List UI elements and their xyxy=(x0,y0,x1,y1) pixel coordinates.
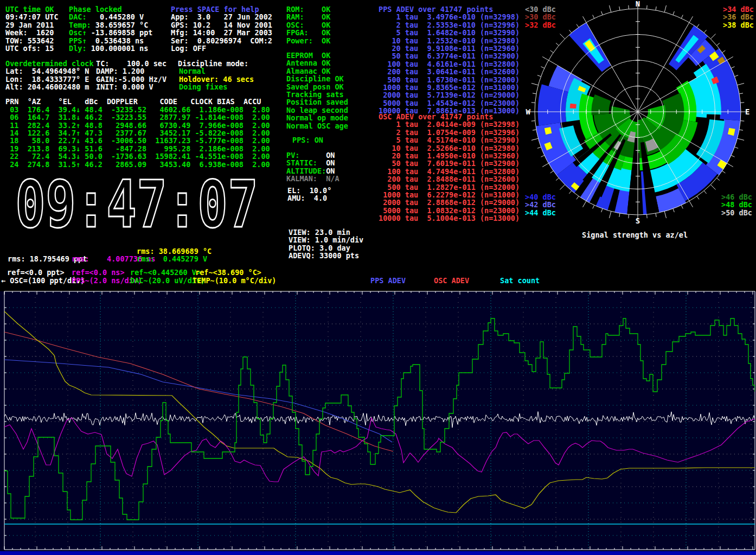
lady-heather-screen: NSEW UTC time OK09:47:07 UTC29 Jan 2011W… xyxy=(0,0,756,555)
pps-adev-table-row: 50 tau 6.3774e-011 (n=32900) xyxy=(379,52,520,60)
azimuth-tick xyxy=(531,121,535,122)
kalman-mode: KALMAN: N/A xyxy=(286,175,339,182)
utc-status: UTC time OK xyxy=(5,5,54,13)
tracking-status: Tracking sats xyxy=(286,91,344,98)
discipline-status: Discipline OK xyxy=(286,75,344,82)
cardinal-s: S xyxy=(636,216,640,225)
ref-dac: ref~<0.445260 V> xyxy=(130,269,201,276)
sat-table-header: PRN °AZ °EL dBc DOPPLER CODE CLOCK BIAS … xyxy=(5,98,261,105)
dly-readout: Dly: 100.000001 ns xyxy=(69,44,148,52)
osc-status: OSC: OK xyxy=(286,21,330,29)
antenna-status: Antenna OK xyxy=(286,59,330,67)
damp: DAMP: 1.200 xyxy=(96,67,144,75)
el-mask: EL: 10.0° xyxy=(287,187,331,194)
azimuth-tick xyxy=(735,147,739,148)
legend-gt36: >36 dBc xyxy=(723,13,754,21)
osc-adev-table-row: 20 tau 1.4950e-010 (n=32960) xyxy=(379,152,520,160)
azimuth-tick xyxy=(593,15,594,18)
polar-caption: Signal strength vs az/el xyxy=(582,231,688,239)
gain: GAIN:-5.000 Hz/V xyxy=(96,75,166,83)
init: INIT: 0.000 V xyxy=(96,83,153,91)
fpga-status: FPGA: OK xyxy=(286,29,330,36)
temp-readout: Temp: 38.659657 °C xyxy=(69,21,148,29)
sat-row: 14 122.6 34.7↑ 47.3 2377.67 3452.17 -5.8… xyxy=(5,129,270,137)
azimuth-tick xyxy=(738,138,745,140)
azimuth-tick xyxy=(541,155,544,157)
azimuth-tick xyxy=(664,212,666,219)
azimuth-tick xyxy=(556,178,559,180)
cardinal-n: N xyxy=(636,0,640,8)
azimuth-tick xyxy=(542,57,548,61)
osc-adev-table-row: 500 tau 1.2827e-011 (n=32000) xyxy=(379,183,520,191)
legend-gt32: >32 dBc xyxy=(525,21,556,29)
azimuth-tick xyxy=(735,75,739,76)
discipline-mode: Normal xyxy=(179,67,206,75)
osc-adev-table-row: 5 tau 4.5174e-010 (n=32990) xyxy=(379,136,520,144)
pps-on: PPS: ON xyxy=(292,136,323,144)
azimuth-tick xyxy=(556,43,559,45)
sat-row: 11 282.4 33.2↑ 48.8 2948.66 6730.49 7.96… xyxy=(5,122,270,129)
phase-status: Phase locked xyxy=(69,5,122,13)
osc-adev-table-row: 10 tau 2.5266e-010 (n=32980) xyxy=(379,144,520,152)
osc-adev-table-row: 2 tau 1.0754e-009 (n=32996) xyxy=(379,129,520,136)
azimuth-tick xyxy=(681,205,683,208)
azimuth-tick xyxy=(740,121,744,122)
legend-gt50: >50 dBc xyxy=(721,209,752,216)
pps-readout: PPS↑ 0.536438 ns xyxy=(69,37,144,44)
pps-adev-table-title: PPS ADEV over 41747 points xyxy=(379,5,493,13)
position-saved-status: Position saved xyxy=(286,98,348,106)
azimuth-tick xyxy=(583,16,587,22)
rms-dac: rms: 0.445279 V xyxy=(137,255,207,263)
plot-legend-pps-adev: PPS ADEV xyxy=(370,277,406,284)
osc-adev-table-row: 1 tau 2.0414e-009 (n=32998) xyxy=(379,120,520,128)
azimuth-tick xyxy=(739,93,743,94)
azimuth-tick xyxy=(619,213,620,217)
plot-legend-osc-adev: OSC ADEV xyxy=(434,277,469,284)
pps-adev-table-row: 2 tau 2.5353e-010 (n=32996) xyxy=(379,21,520,29)
azimuth-tick xyxy=(537,75,541,76)
lon: Lon: 18.4333777° E xyxy=(5,75,89,83)
azimuth-tick xyxy=(710,34,715,39)
pps-adev-table-row: 500 tau 1.6730e-011 (n=32000) xyxy=(379,76,520,84)
azimuth-tick xyxy=(601,11,603,15)
azimuth-tick xyxy=(537,147,541,148)
holdover-status: Holdover: 46 secs xyxy=(179,75,254,83)
help-hint: Press SPACE for help xyxy=(171,5,259,13)
azimuth-tick xyxy=(739,130,743,130)
plot-queue: PLOTQ: 3.0 day xyxy=(289,244,350,252)
power-status: Power: OK xyxy=(286,37,330,44)
azimuth-tick xyxy=(664,5,666,12)
azimuth-tick xyxy=(550,171,554,173)
gps-version: GPS: 10.2 14 Nov 2001 xyxy=(171,21,272,29)
azimuth-tick xyxy=(619,7,620,10)
utc-time: 09:47:07 UTC xyxy=(5,13,59,21)
eeprom-status: EEPROM OK xyxy=(286,52,330,59)
pps-adev-table-row: 10 tau 1.2532e-010 (n=32980) xyxy=(379,37,520,44)
azimuth-tick xyxy=(656,7,656,10)
azimuth-tick xyxy=(541,67,544,68)
azimuth-tick xyxy=(710,184,715,189)
sat-row: 18 58.0 22.7↓ 43.6 -3006.50 11637.23 -5.… xyxy=(5,137,270,144)
osc-adev-table-row: 10000 tau 5.1004e-013 (n=13000) xyxy=(379,214,520,222)
legend-gt48: >48 dBc xyxy=(721,201,752,208)
azimuth-tick xyxy=(533,130,536,130)
ref-temp: ref~<38.690 °C> xyxy=(195,269,261,276)
amu-mask: AMU: 4.0 xyxy=(287,194,327,202)
static-mode: STATIC: ON xyxy=(286,159,335,167)
fix-status: Doing fixes xyxy=(179,83,227,91)
ref-pps: ref=<0.0 ns> xyxy=(72,269,125,276)
azimuth-tick xyxy=(533,93,536,94)
azimuth-tick xyxy=(609,212,611,219)
cardinal-w: W xyxy=(526,107,531,116)
mfg-date: Mfg: 14:00 27 Mar 2003 xyxy=(171,29,272,36)
azimuth-tick xyxy=(717,178,720,180)
azimuth-tick xyxy=(722,50,726,53)
tc: TC: 100.0 sec xyxy=(96,60,166,67)
azimuth-tick xyxy=(531,138,539,140)
leap-status: No leap second xyxy=(286,106,348,114)
azimuth-tick xyxy=(550,50,554,53)
sat-row: 22 72.4 54.3↓ 50.0 -1736.63 15982.41 -4.… xyxy=(5,152,270,160)
osc-adev-table-row: 100 tau 4.7494e-011 (n=32800) xyxy=(379,168,520,175)
almanac-status: Almanac OK xyxy=(286,67,330,75)
azimuth-tick xyxy=(740,103,744,103)
